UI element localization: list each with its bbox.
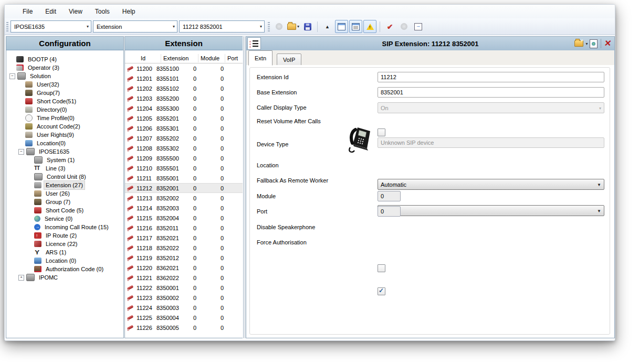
base-extension-field[interactable]: 8352001 [378, 87, 604, 98]
menu-file[interactable]: File [16, 5, 39, 18]
help-button[interactable] [412, 20, 425, 33]
expand-toggle-icon[interactable] [18, 91, 23, 95]
extension-row[interactable]: 11221 8362022 0 0 [125, 273, 243, 283]
tree-item[interactable]: Incoming Call Route (15) [6, 223, 123, 231]
export-button[interactable] [590, 39, 598, 48]
tree-item[interactable]: User (26) [6, 189, 123, 198]
extension-id-field[interactable]: 11212 [378, 72, 604, 82]
expand-toggle-icon[interactable] [27, 250, 32, 255]
extension-row[interactable]: 11213 8352002 0 0 [125, 193, 243, 203]
extension-row[interactable]: 11220 8362021 0 0 [125, 263, 243, 273]
expand-toggle-icon[interactable] [27, 217, 32, 221]
show-errors-toggle[interactable] [363, 20, 376, 33]
expand-toggle-icon[interactable] [27, 191, 32, 196]
expand-toggle-icon[interactable]: + [18, 275, 24, 281]
record-type-combo[interactable]: Extension ▾ [93, 20, 177, 33]
extension-row[interactable]: 11202 8355102 0 0 [125, 83, 243, 93]
column-header-port[interactable]: Port [225, 54, 243, 62]
tree-item[interactable]: Time Profile(0) [6, 114, 123, 122]
extension-row[interactable]: 11203 8355200 0 0 [125, 93, 243, 103]
disable-speakerphone-checkbox[interactable] [378, 264, 385, 272]
tree-item[interactable]: Line (3) [6, 164, 123, 173]
tree-item[interactable]: Location (0) [6, 256, 123, 265]
extension-row[interactable]: 11217 8352021 0 0 [125, 233, 243, 243]
extension-row[interactable]: 11212 8352001 0 0 [125, 183, 243, 193]
show-workspace-toggle[interactable] [349, 20, 362, 33]
extension-row[interactable]: 11205 8355201 0 0 [125, 113, 243, 123]
menu-help[interactable]: Help [116, 5, 142, 18]
close-icon[interactable]: ✕ [603, 39, 612, 48]
tab-voip[interactable]: VoIP [277, 53, 301, 66]
extension-row[interactable]: 11223 8350002 0 0 [125, 293, 243, 303]
extension-row[interactable]: 11224 8350003 0 0 [125, 303, 243, 313]
expand-toggle-icon[interactable] [27, 242, 32, 247]
tree-item[interactable]: System (1) [6, 156, 123, 164]
expand-toggle-icon[interactable] [27, 267, 32, 272]
tree-item[interactable]: Location(0) [6, 139, 123, 147]
column-header-extension[interactable]: Extension [161, 54, 198, 62]
extension-row[interactable]: 11200 8355100 0 0 [125, 63, 243, 73]
column-header-module[interactable]: Module [198, 54, 225, 62]
expand-toggle-icon[interactable] [27, 175, 32, 179]
extension-row[interactable]: 11226 8350005 0 0 [125, 323, 243, 333]
expand-toggle-icon[interactable] [27, 233, 32, 238]
tree-item[interactable]: Licence (22) [6, 240, 123, 248]
extension-row[interactable]: 11219 8352012 0 0 [125, 253, 243, 263]
extension-row[interactable]: 11222 8350001 0 0 [125, 283, 243, 293]
tab-extn[interactable]: Extn [248, 50, 273, 66]
record-menu-button[interactable]: xxx [247, 37, 261, 50]
toolbar-grip[interactable] [268, 22, 270, 31]
expand-toggle-icon[interactable] [27, 200, 32, 205]
new-entry-caret-icon[interactable]: ▾ [586, 41, 588, 46]
open-file-button[interactable]: ▾ [287, 20, 300, 33]
extension-row[interactable]: 11225 8350004 0 0 [125, 313, 243, 323]
column-header-id[interactable]: Id [139, 54, 161, 62]
expand-toggle-icon[interactable] [9, 66, 14, 70]
expand-toggle-icon[interactable] [9, 57, 14, 62]
tree-item[interactable]: + IPOMC [6, 273, 123, 282]
expand-toggle-icon[interactable] [27, 166, 32, 171]
new-entry-button[interactable]: ✦ [574, 40, 583, 47]
tree-item[interactable]: Short Code (5) [6, 206, 123, 215]
collapse-all-button[interactable]: ▲ [321, 20, 334, 33]
extension-row[interactable]: 11215 8352004 0 0 [125, 213, 243, 223]
expand-toggle-icon[interactable] [18, 116, 23, 121]
expand-toggle-icon[interactable] [27, 183, 32, 188]
force-authorisation-checkbox[interactable] [378, 287, 385, 295]
extension-row[interactable]: 11206 8355301 0 0 [125, 123, 243, 133]
tree-item[interactable]: − Solution [6, 72, 123, 80]
extension-row[interactable]: 11210 8355501 0 0 [125, 163, 243, 173]
tree-item[interactable]: Directory(0) [6, 105, 123, 114]
tree-item[interactable]: Group (7) [6, 198, 123, 206]
tree-item[interactable]: User(32) [6, 80, 123, 89]
tree-item[interactable]: BOOTP (4) [6, 55, 123, 63]
reset-volume-checkbox[interactable] [378, 129, 385, 136]
expand-toggle-icon[interactable] [18, 108, 23, 112]
tree-item[interactable]: Operator (3) [6, 63, 123, 72]
validate-button[interactable]: ✔ [383, 20, 396, 33]
extension-row[interactable]: 11214 8352003 0 0 [125, 203, 243, 213]
extension-row[interactable]: 11218 8352022 0 0 [125, 243, 243, 253]
menu-tools[interactable]: Tools [89, 5, 116, 18]
tree-item[interactable]: ARS (1) [6, 248, 123, 256]
extension-row[interactable]: 11204 8355300 0 0 [125, 103, 243, 113]
expand-toggle-icon[interactable] [18, 82, 23, 87]
extension-row[interactable]: 11207 8355202 0 0 [125, 133, 243, 143]
extension-row[interactable]: 11208 8355302 0 0 [125, 143, 243, 153]
toolbar-grip[interactable] [6, 22, 8, 31]
extension-row[interactable]: 11201 8355101 0 0 [125, 73, 243, 83]
tree-item[interactable]: Control Unit (8) [6, 173, 123, 181]
expand-toggle-icon[interactable]: − [9, 73, 15, 79]
tree-item[interactable]: Short Code(51) [6, 97, 123, 105]
expand-toggle-icon[interactable] [27, 259, 32, 263]
tree-item[interactable]: User Rights(9) [6, 131, 123, 139]
tree-item[interactable]: Extension (27) [6, 181, 123, 189]
expand-toggle-icon[interactable]: − [18, 149, 24, 155]
expand-toggle-icon[interactable] [18, 99, 23, 104]
expand-toggle-icon[interactable] [27, 208, 32, 213]
menu-edit[interactable]: Edit [39, 5, 62, 18]
expand-toggle-icon[interactable] [18, 141, 23, 146]
record-combo[interactable]: 11212 8352001 ▾ [179, 20, 265, 33]
system-combo[interactable]: IPOSE1635 ▾ [11, 20, 91, 33]
show-details-toggle[interactable] [335, 20, 348, 33]
